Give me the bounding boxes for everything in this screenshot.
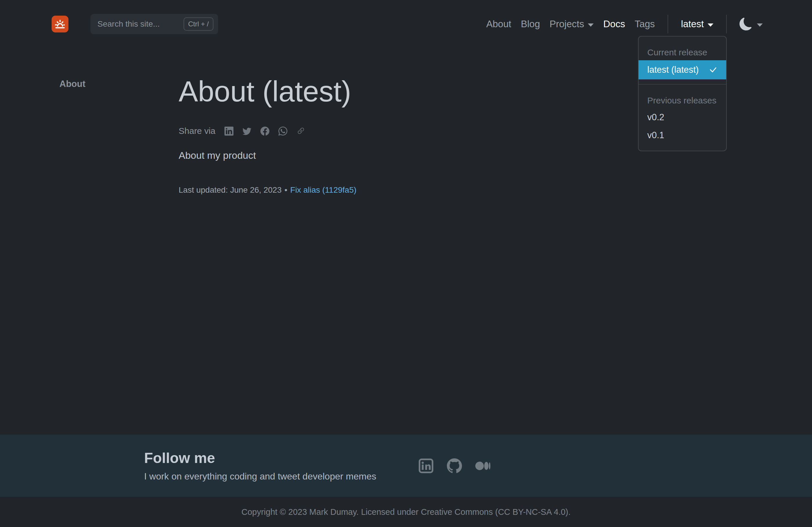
linkedin-icon[interactable] <box>419 458 434 473</box>
whatsapp-icon[interactable] <box>278 126 287 136</box>
page-title: About (latest) <box>179 75 654 108</box>
linkedin-icon[interactable] <box>224 126 233 136</box>
check-icon <box>708 65 717 74</box>
nav-item-blog[interactable]: Blog <box>521 18 540 30</box>
article-meta: Last updated: June 26, 2023•Fix alias (1… <box>179 185 654 195</box>
chevron-down-icon <box>757 24 763 27</box>
nav-item-tags[interactable]: Tags <box>635 18 655 30</box>
main-content: About (latest) Share via <box>179 75 654 195</box>
nav-item-docs[interactable]: Docs <box>603 18 625 30</box>
nav-item-projects-label: Projects <box>550 18 584 30</box>
copyright-bar: Copyright © 2023 Mark Dumay. Licensed un… <box>0 497 812 527</box>
dropdown-item-v02[interactable]: v0.2 <box>639 108 726 126</box>
nav-item-about[interactable]: About <box>486 18 511 30</box>
footer-title: Follow me <box>144 450 376 466</box>
sunrise-icon <box>53 17 67 31</box>
footer: Follow me I work on everything coding an… <box>0 435 812 497</box>
version-label: latest <box>681 18 704 30</box>
nav-divider <box>668 15 668 33</box>
dropdown-item-latest-label: latest (latest) <box>647 65 699 75</box>
twitter-icon[interactable] <box>243 126 251 136</box>
search-shortcut-badge: Ctrl + / <box>184 17 214 31</box>
search-box: Ctrl + / <box>90 14 218 34</box>
footer-text-block: Follow me I work on everything coding an… <box>144 450 376 482</box>
dropdown-divider <box>639 84 726 85</box>
link-icon[interactable] <box>296 126 305 136</box>
share-row: Share via <box>179 126 654 136</box>
dropdown-item-v01[interactable]: v0.1 <box>639 126 726 144</box>
medium-icon[interactable] <box>475 458 490 473</box>
docs-sidebar: About <box>59 79 86 89</box>
nav-item-projects[interactable]: Projects <box>550 18 594 30</box>
moon-icon <box>740 18 752 30</box>
version-dropdown-toggle[interactable]: latest <box>681 18 713 30</box>
chevron-down-icon <box>708 24 713 27</box>
article-text: About my product <box>179 150 654 161</box>
main-nav: About Blog Projects Docs Tags latest <box>486 15 763 33</box>
dropdown-item-latest[interactable]: latest (latest) <box>639 60 726 79</box>
version-dropdown-menu: Current release latest (latest) Previous… <box>638 36 727 151</box>
site-logo[interactable] <box>52 16 69 32</box>
copyright-text: Copyright © 2023 Mark Dumay. Licensed un… <box>241 507 570 517</box>
dropdown-header-current: Current release <box>639 41 726 60</box>
share-label: Share via <box>179 126 216 136</box>
sidebar-item-about[interactable]: About <box>59 79 86 89</box>
github-icon[interactable] <box>447 458 462 473</box>
last-updated-text: Last updated: June 26, 2023 <box>179 185 281 194</box>
facebook-icon[interactable] <box>260 126 270 136</box>
meta-bullet: • <box>285 185 287 194</box>
dropdown-header-previous: Previous releases <box>639 89 726 108</box>
commit-link[interactable]: Fix alias (1129fa5) <box>290 185 357 194</box>
footer-subtitle: I work on everything coding and tweet de… <box>144 471 376 482</box>
search-input[interactable] <box>98 19 184 29</box>
nav-divider <box>726 15 727 33</box>
footer-social-links <box>419 458 490 473</box>
theme-dropdown-toggle[interactable] <box>740 18 763 30</box>
chevron-down-icon <box>588 24 594 27</box>
